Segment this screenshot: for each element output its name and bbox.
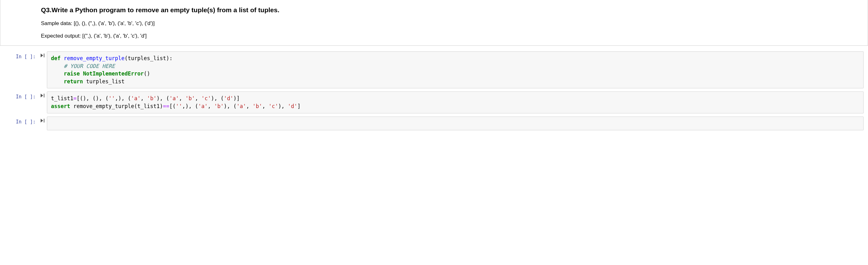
code-cell: In [ ]: def remove_empty_turple(turples_… xyxy=(8,51,864,89)
code-cells-area: In [ ]: def remove_empty_turple(turples_… xyxy=(0,48,868,137)
markdown-cell: Q3.Write a Python program to remove an e… xyxy=(0,0,868,46)
code-input[interactable]: t_list1=[(), (), ('',), ('a', 'b'), ('a'… xyxy=(47,91,864,113)
code-cell: In [ ]: t_list1=[(), (), ('',), ('a', 'b… xyxy=(8,91,864,113)
run-cell-button[interactable] xyxy=(38,51,47,59)
run-cell-button[interactable] xyxy=(38,91,47,99)
question-heading: Q3.Write a Python program to remove an e… xyxy=(41,6,862,14)
cell-prompt: In [ ]: xyxy=(8,91,38,100)
run-icon xyxy=(40,53,45,58)
code-cell: In [ ]: xyxy=(8,116,864,131)
code-input[interactable]: def remove_empty_turple(turples_list): #… xyxy=(47,51,864,89)
run-icon xyxy=(40,118,45,123)
svg-rect-1 xyxy=(44,94,44,98)
run-icon xyxy=(40,94,45,98)
expected-output-text: Expected output: [('',), ('a', 'b'), ('a… xyxy=(41,32,862,40)
svg-rect-2 xyxy=(44,119,44,123)
code-input[interactable] xyxy=(47,116,864,131)
cell-prompt: In [ ]: xyxy=(8,116,38,125)
run-cell-button[interactable] xyxy=(38,116,47,124)
sample-data-text: Sample data: [(), (), ('',), ('a', 'b'),… xyxy=(41,20,862,27)
cell-prompt: In [ ]: xyxy=(8,51,38,59)
svg-rect-0 xyxy=(44,54,44,57)
